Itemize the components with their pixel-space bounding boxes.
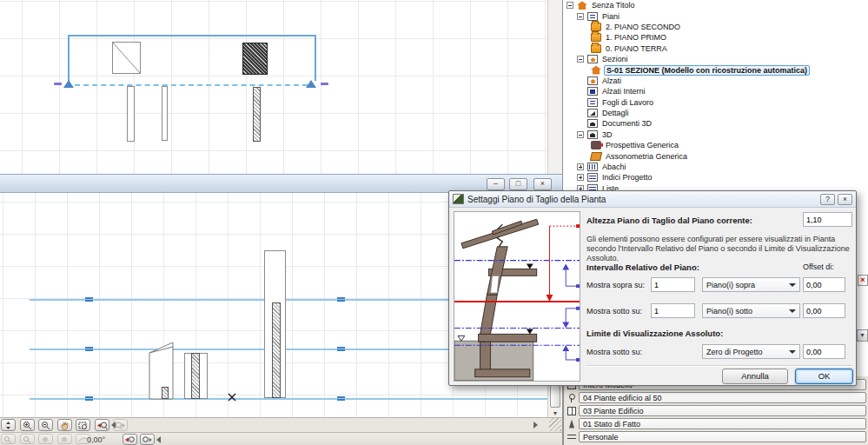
ok-button[interactable]: OK <box>795 369 853 384</box>
navigator-tree: Senza Titolo Piani 2. PIANO SECONDO 1. P… <box>565 0 867 194</box>
story-folder-icon <box>591 44 601 53</box>
limit-select[interactable]: Zero di Progetto <box>702 344 800 359</box>
zoom-window-icon[interactable] <box>76 419 90 431</box>
tree-item[interactable]: 3D <box>565 130 867 140</box>
quick-option-row[interactable]: Personale <box>567 431 866 442</box>
threed-icon <box>587 130 598 139</box>
limit-offset-input[interactable] <box>803 344 845 359</box>
close-button[interactable]: × <box>533 178 552 190</box>
cancel-button[interactable]: Annulla <box>722 369 788 384</box>
tree-item-selected[interactable]: S-01 SEZIONE (Modello con ricostruzione … <box>565 64 867 75</box>
tree-item[interactable]: Fogli di Lavoro <box>565 97 867 108</box>
plan-wall-2 <box>162 86 168 141</box>
tree-item[interactable]: Dettagli <box>565 108 867 118</box>
offset-header: Offset di: <box>803 262 834 271</box>
layer-combination-field[interactable]: 03 Piante Edificio <box>579 405 866 416</box>
dialog-close-button[interactable]: × <box>838 194 852 205</box>
elevation-icon <box>587 76 598 85</box>
model-view-options-icon <box>567 435 576 442</box>
cut-plane-settings-dialog: Settaggi Piano di Taglio della Pianta ? … <box>448 190 857 386</box>
plan-wall-hatched <box>253 87 261 142</box>
quick-option-row[interactable]: 03 Piante Edificio <box>567 405 866 416</box>
previous-view-icon[interactable] <box>123 434 137 445</box>
tree-item[interactable]: Alzati <box>565 76 867 86</box>
interval-header: Intervallo Relativo del Piano: <box>586 262 699 272</box>
zoom-out-icon[interactable] <box>38 419 53 431</box>
restore-button[interactable]: □ <box>509 178 527 190</box>
layer-combination-icon <box>567 407 576 415</box>
cut-height-input[interactable] <box>803 212 852 227</box>
help-button[interactable]: ? <box>820 194 835 205</box>
show-above-offset-input[interactable] <box>803 277 845 292</box>
expand-toggle-icon[interactable] <box>577 163 584 170</box>
index-icon <box>587 173 598 182</box>
pinned-view-field[interactable]: 04 Piante edificio al 50 <box>579 392 866 403</box>
collapse-toggle-icon[interactable] <box>577 56 584 63</box>
show-below-offset-input[interactable] <box>803 303 845 318</box>
previous-zoom-icon[interactable] <box>95 419 109 431</box>
tree-item[interactable]: Sezioni <box>565 54 867 64</box>
show-below-select[interactable]: Piano(i) sotto <box>702 303 800 318</box>
collapse-toggle-icon[interactable] <box>567 2 573 9</box>
story-level-line-0 <box>30 398 547 400</box>
detail-icon <box>587 109 598 117</box>
section-depth-line <box>75 84 308 86</box>
zoom-in-icon[interactable] <box>20 419 35 431</box>
collapse-toggle-icon[interactable] <box>577 13 584 20</box>
plan-wall-1 <box>127 86 135 142</box>
pen-set-icon <box>567 420 576 428</box>
story-folder-icon <box>591 23 601 31</box>
next-view-icon[interactable] <box>140 434 155 445</box>
section-line[interactable] <box>68 35 316 37</box>
tree-item[interactable]: Indici Progetto <box>565 172 867 183</box>
tree-item[interactable]: Alzati Interni <box>565 86 867 96</box>
tree-item[interactable]: Senza Titolo <box>565 0 867 10</box>
project-house-icon <box>577 1 587 10</box>
show-below-count-input[interactable] <box>651 303 695 318</box>
collapse-toggle-icon[interactable] <box>577 131 584 138</box>
interior-elevation-icon <box>587 87 598 96</box>
clear-filter-icon[interactable]: × <box>858 275 868 286</box>
pen-set-field[interactable]: 01 Stato di Fatto <box>579 418 866 429</box>
chevron-down-icon <box>789 309 796 313</box>
section-handle-left[interactable] <box>54 83 62 85</box>
dropdown-arrow-icon[interactable]: ▼ <box>857 329 868 342</box>
tree-item[interactable]: 2. PIANO SECONDO <box>565 22 867 32</box>
quick-option-row[interactable]: 04 Piante edificio al 50 <box>567 392 866 403</box>
section-line-right <box>315 35 316 81</box>
axonometry-icon <box>590 152 602 161</box>
pan-hand-icon[interactable] <box>57 419 72 431</box>
tree-item[interactable]: Assonometria Generica <box>565 150 867 161</box>
cursor-cross-icon <box>228 393 236 402</box>
limit-show-below-label: Mostra sotto su: <box>586 348 642 356</box>
rotation-angle-value: 0,00° <box>87 435 105 444</box>
resize-grip[interactable] <box>549 418 561 431</box>
scrollbar-right-arrow-icon[interactable] <box>533 422 538 428</box>
absolute-limit-header: Limite di Visualizzazione Assoluto: <box>586 329 723 338</box>
chevron-down-icon <box>789 283 796 287</box>
zoom-fit-height-icon[interactable] <box>1 419 16 431</box>
tree-item[interactable]: Prospettiva Generica <box>565 140 867 150</box>
statusbar-left-arrow-icon[interactable] <box>156 436 161 443</box>
scrollbar-thumb[interactable] <box>550 385 560 408</box>
show-above-count-input[interactable] <box>651 277 695 292</box>
fit-disabled-icon <box>57 434 72 444</box>
dialog-separator <box>586 365 852 366</box>
plan-canvas[interactable] <box>0 0 547 174</box>
scrollbar-left-arrow-icon[interactable] <box>111 422 116 428</box>
tree-item[interactable]: 0. PIANO TERRA <box>565 43 867 54</box>
plan-vertical-scrollbar[interactable] <box>547 0 562 174</box>
tree-item[interactable]: 1. PIANO PRIMO <box>565 32 867 43</box>
tree-item[interactable]: Abachi <box>565 162 867 172</box>
tree-item[interactable]: Piani <box>565 10 867 21</box>
quick-option-row[interactable]: 01 Stato di Fatto <box>567 418 866 429</box>
section-core-mid <box>191 353 200 399</box>
section-line-left <box>68 35 70 81</box>
minimize-button[interactable]: – <box>487 178 505 190</box>
model-view-options-field[interactable]: Personale <box>579 431 866 442</box>
tree-item[interactable]: Documenti 3D <box>565 118 867 129</box>
expand-toggle-icon[interactable] <box>577 174 584 181</box>
section-handle-right[interactable] <box>321 83 328 85</box>
dialog-titlebar[interactable]: Settaggi Piano di Taglio della Pianta ? … <box>449 191 856 208</box>
show-above-select[interactable]: Piano(i) sopra <box>702 277 800 292</box>
